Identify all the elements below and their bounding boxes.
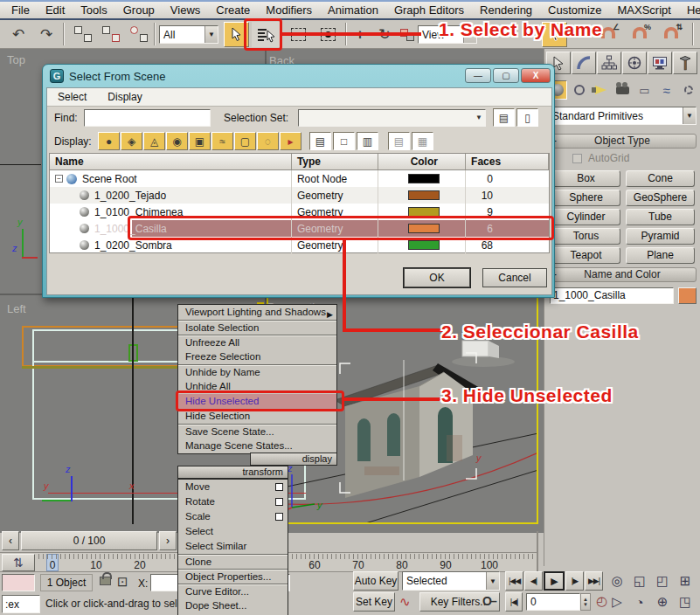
helpers-filter-toggle[interactable]: ▣ [189, 132, 211, 150]
groups-filter-toggle[interactable]: ▢ [234, 132, 256, 150]
menu-edit[interactable]: Edit [38, 3, 73, 17]
viewport-label-top[interactable]: Top [7, 53, 25, 66]
pyramid-button[interactable]: Pyramid [626, 228, 695, 245]
menu-item-object-properties[interactable]: Object Properties... [178, 569, 288, 584]
dialog-titlebar[interactable]: G Select From Scene — ▢ X [43, 65, 554, 87]
lights-filter-toggle[interactable]: ◬ [143, 132, 165, 150]
menu-views[interactable]: Views [163, 3, 208, 17]
dialog-menu-select[interactable]: Select [47, 91, 97, 103]
auto-key-button[interactable]: Auto Key [353, 571, 399, 591]
set-key-button[interactable]: Set Key [353, 592, 395, 612]
menu-item-manage-scene-states[interactable]: Manage Scene States... [178, 439, 336, 453]
ok-button[interactable]: OK [404, 268, 470, 287]
menu-item-dope-sheet[interactable]: Dope Sheet... [178, 598, 288, 613]
display-influences-button[interactable]: ▥ [357, 132, 378, 150]
go-to-start-button[interactable]: |◀◀ [505, 571, 523, 591]
play-button[interactable]: ▶ [544, 571, 565, 591]
object-type-rollout[interactable]: -Object Type [548, 134, 697, 149]
absolute-mode-toggle[interactable]: ⊡ [117, 574, 128, 590]
frame-spinner[interactable]: ▲▼ [580, 593, 591, 611]
create-selection-set-button[interactable]: ▤ [493, 108, 515, 127]
maximize-viewport-button[interactable]: ◳ [675, 592, 696, 612]
column-header-name[interactable]: Name [50, 154, 292, 169]
unlink-selection-button[interactable] [98, 22, 124, 46]
tab-motion[interactable] [622, 52, 647, 74]
close-button[interactable]: X [521, 68, 551, 83]
time-slider[interactable]: 0 / 100 [21, 531, 157, 550]
maximize-button[interactable]: ▢ [493, 68, 519, 83]
viewport-label-left[interactable]: Left [7, 302, 26, 315]
selected-set-dropdown[interactable]: Selected▼ [402, 571, 500, 591]
menu-file[interactable]: File [3, 3, 38, 17]
menu-item-unfreeze-all[interactable]: Unfreeze All [178, 335, 336, 349]
current-frame-field[interactable]: 0 [526, 593, 580, 611]
zoom-button[interactable]: ◎ [606, 571, 627, 591]
zoom-region-button[interactable]: ◱ [629, 571, 650, 591]
menu-item-curve-editor[interactable]: Curve Editor... [178, 584, 288, 598]
autogrid-checkbox[interactable] [572, 154, 582, 163]
tab-hierarchy[interactable] [597, 52, 621, 74]
category-spacewarps-button[interactable]: ≈ [656, 80, 676, 100]
sort-hierarchy-button[interactable]: ▤ [388, 132, 410, 150]
keyboard-shortcut-override-icon[interactable]: O– [482, 594, 496, 608]
torus-button[interactable]: Torus [551, 228, 620, 245]
object-color-swatch[interactable] [408, 240, 440, 250]
menu-item-scale[interactable]: Scale [178, 509, 288, 524]
expand-hierarchy-button[interactable]: ▦ [412, 132, 433, 150]
sphere-button[interactable]: Sphere [551, 190, 620, 206]
spacewarps-filter-toggle[interactable]: ≈ [211, 132, 233, 150]
box-button[interactable]: Box [551, 170, 620, 187]
menu-item-save-scene-state[interactable]: Save Scene State... [178, 424, 336, 439]
redo-button[interactable]: ↷ [33, 22, 59, 46]
select-set-members-button[interactable]: ▯ [516, 108, 538, 127]
menu-item-move[interactable]: Move [178, 480, 288, 494]
minimize-button[interactable]: — [465, 68, 491, 83]
selection-set-dropdown[interactable]: ▼ [298, 109, 486, 127]
go-to-end-button[interactable]: ▶▶| [585, 571, 603, 591]
arc-rotate-button[interactable]: ⊕ [652, 592, 673, 612]
time-slider-forward-button[interactable]: › [159, 531, 177, 550]
menu-maxscript[interactable]: MAXScript [610, 3, 679, 17]
menu-item-viewport-lighting-and-shadows[interactable]: Viewport Lighting and Shadows▶ [178, 305, 336, 320]
cylinder-button[interactable]: Cylinder [551, 209, 620, 225]
category-cameras-button[interactable] [613, 80, 633, 100]
cameras-filter-toggle[interactable]: ◉ [166, 132, 188, 150]
spinner-snap-toggle-button[interactable]: ⇅ [664, 27, 678, 38]
settings-box-icon[interactable] [275, 483, 283, 491]
time-slider-back-button[interactable]: ‹ [2, 531, 19, 550]
collapse-toggle-icon[interactable]: − [55, 175, 63, 183]
column-header-color[interactable]: Color [378, 154, 467, 169]
pan-button[interactable]: ◔ [629, 592, 650, 612]
menu-item-clone[interactable]: Clone [178, 554, 288, 569]
menu-item-freeze-selection[interactable]: Freeze Selection [178, 349, 336, 364]
next-frame-button[interactable]: |▶ [565, 571, 584, 591]
tab-modify[interactable] [572, 52, 596, 74]
teapot-button[interactable]: Teapot [551, 247, 620, 264]
menu-rendering[interactable]: Rendering [472, 3, 540, 17]
category-systems-button[interactable] [678, 80, 698, 100]
zoom-all-button[interactable]: ⊞ [675, 571, 696, 591]
menu-animation[interactable]: Animation [320, 3, 386, 17]
object-color-swatch[interactable] [678, 287, 697, 304]
name-color-rollout[interactable]: -Name and Color [548, 267, 697, 282]
cone-button[interactable]: Cone [626, 170, 695, 187]
maxscript-mini-listener[interactable]: :ex [2, 595, 40, 613]
macro-recorder-line[interactable] [2, 574, 35, 591]
shapes-filter-toggle[interactable]: ◈ [121, 132, 142, 150]
menu-item-select[interactable]: Select [178, 524, 288, 539]
plane-button[interactable]: Plane [626, 247, 695, 264]
menu-item-unhide-by-name[interactable]: Unhide by Name [178, 364, 336, 379]
bind-to-space-warp-button[interactable] [126, 22, 152, 46]
primitives-category-dropdown[interactable]: Standard Primitives▼ [548, 107, 697, 125]
category-lights-button[interactable] [591, 80, 611, 100]
menu-customize[interactable]: Customize [540, 3, 609, 17]
display-none-button[interactable]: □ [333, 132, 355, 150]
go-to-frame-button[interactable]: |◀| [505, 592, 523, 612]
table-row[interactable]: 1_0200_TejadoGeometry10 [50, 187, 549, 204]
selection-filter-dropdown[interactable]: All▼ [159, 25, 218, 44]
settings-box-icon[interactable] [275, 498, 283, 506]
tube-button[interactable]: Tube [626, 209, 695, 225]
previous-frame-button[interactable]: ◀| [524, 571, 543, 591]
zoom-extents-button[interactable]: ◰ [652, 571, 673, 591]
menu-graph-editors[interactable]: Graph Editors [386, 3, 472, 17]
